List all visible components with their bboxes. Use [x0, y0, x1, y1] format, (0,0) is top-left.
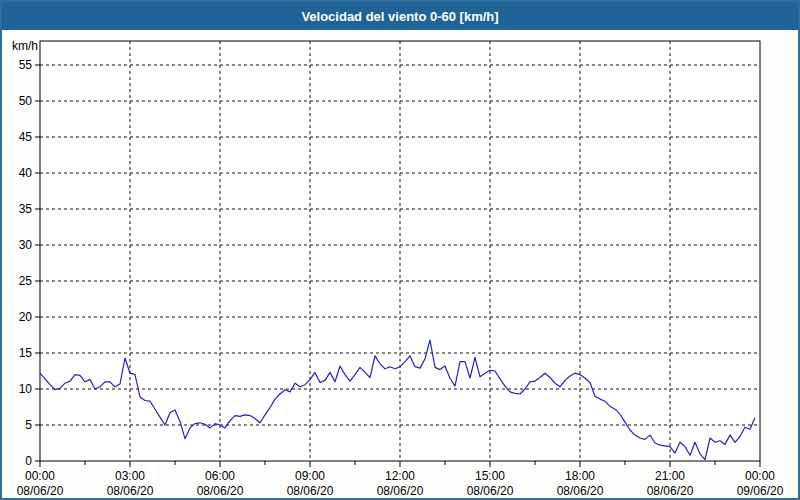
chart-title-bar: Velocidad del viento 0-60 [km/h]: [2, 2, 798, 30]
x-tick-time-label: 00:00: [745, 469, 775, 483]
y-tick-label: 20: [19, 310, 33, 324]
x-tick-date-label: 09/06/20: [737, 484, 784, 498]
chart-title: Velocidad del viento 0-60 [km/h]: [301, 9, 498, 24]
x-tick-time-label: 00:00: [25, 469, 55, 483]
y-tick-label: 50: [19, 94, 33, 108]
y-tick-label: 10: [19, 382, 33, 396]
wind-chart-window: Velocidad del viento 0-60 [km/h] 0510152…: [0, 0, 800, 500]
y-axis-unit-label: km/h: [12, 39, 38, 53]
y-tick-label: 55: [19, 58, 33, 72]
y-tick-label: 5: [25, 418, 32, 432]
x-tick-time-label: 12:00: [385, 469, 415, 483]
y-tick-label: 0: [25, 454, 32, 468]
y-tick-label: 15: [19, 346, 33, 360]
x-tick-date-label: 08/06/20: [467, 484, 514, 498]
y-tick-label: 30: [19, 238, 33, 252]
x-tick-time-label: 06:00: [205, 469, 235, 483]
x-tick-date-label: 08/06/20: [17, 484, 64, 498]
x-tick-date-label: 08/06/20: [557, 484, 604, 498]
wind-speed-chart: 0510152025303540455055km/h00:0008/06/200…: [2, 30, 798, 498]
x-tick-time-label: 21:00: [655, 469, 685, 483]
y-tick-label: 25: [19, 274, 33, 288]
x-tick-time-label: 03:00: [115, 469, 145, 483]
x-tick-date-label: 08/06/20: [287, 484, 334, 498]
x-tick-date-label: 08/06/20: [647, 484, 694, 498]
x-tick-date-label: 08/06/20: [107, 484, 154, 498]
x-tick-time-label: 18:00: [565, 469, 595, 483]
chart-area: 0510152025303540455055km/h00:0008/06/200…: [2, 30, 798, 498]
x-tick-date-label: 08/06/20: [377, 484, 424, 498]
y-tick-label: 40: [19, 166, 33, 180]
x-tick-time-label: 09:00: [295, 469, 325, 483]
y-tick-label: 45: [19, 130, 33, 144]
x-tick-time-label: 15:00: [475, 469, 505, 483]
x-tick-date-label: 08/06/20: [197, 484, 244, 498]
y-tick-label: 35: [19, 202, 33, 216]
